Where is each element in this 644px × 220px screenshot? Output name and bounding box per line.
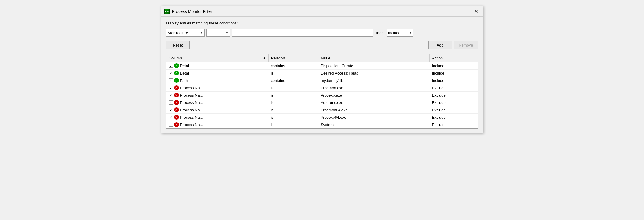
cell-action: Include xyxy=(429,70,478,77)
filter-row: Architecture Path Detail Process Name PI… xyxy=(166,29,478,37)
app-icon: PM xyxy=(164,9,170,14)
row-checkbox[interactable]: ✓ xyxy=(169,78,173,82)
column-text: Process Na... xyxy=(180,86,203,90)
cell-value: Desired Access: Read xyxy=(318,70,430,77)
cell-action: Include xyxy=(429,62,478,70)
cell-value: System xyxy=(318,121,430,128)
column-text: Process Na... xyxy=(180,115,203,120)
window-body: Display entries matching these condition… xyxy=(161,17,483,133)
cell-column: ✓✓Path xyxy=(166,77,269,84)
action-select-wrapper: Include Exclude xyxy=(387,29,413,37)
table-row[interactable]: ✓✓DetailcontainsDisposition: CreateInclu… xyxy=(166,62,478,70)
row-checkbox[interactable]: ✓ xyxy=(169,123,173,127)
exclude-icon: ✕ xyxy=(174,93,179,97)
row-checkbox[interactable]: ✓ xyxy=(169,108,173,112)
button-group-right: Add Remove xyxy=(428,41,478,49)
cell-column: ✓✕Process Na... xyxy=(166,114,269,121)
close-button[interactable]: ✕ xyxy=(473,8,480,15)
table-row[interactable]: ✓✕Process Na...isProcmon.exeExclude xyxy=(166,84,478,92)
cell-relation: is xyxy=(268,70,318,77)
cell-column: ✓✓Detail xyxy=(166,70,269,77)
cell-value: Disposition: Create xyxy=(318,62,430,70)
subtitle-label: Display entries matching these condition… xyxy=(166,21,478,25)
cell-column: ✓✕Process Na... xyxy=(166,121,269,128)
exclude-icon: ✕ xyxy=(174,100,179,105)
column-select[interactable]: Architecture Path Detail Process Name PI… xyxy=(166,29,205,37)
column-text: Path xyxy=(180,78,188,83)
process-monitor-filter-window: PM Process Monitor Filter ✕ Display entr… xyxy=(161,6,483,133)
filter-table-container: Column ▲ Relation Value Action xyxy=(166,54,478,129)
cell-action: Exclude xyxy=(429,84,478,92)
row-checkbox[interactable]: ✓ xyxy=(169,64,173,68)
row-checkbox[interactable]: ✓ xyxy=(169,71,173,75)
action-select[interactable]: Include Exclude xyxy=(387,29,413,37)
cell-relation: contains xyxy=(268,62,318,70)
column-text: Process Na... xyxy=(180,108,203,112)
row-checkbox[interactable]: ✓ xyxy=(169,93,173,97)
remove-button[interactable]: Remove xyxy=(454,41,478,49)
cell-relation: is xyxy=(268,114,318,121)
table-row[interactable]: ✓✕Process Na...isAutoruns.exeExclude xyxy=(166,99,478,106)
filter-table: Column ▲ Relation Value Action xyxy=(166,54,478,128)
cell-value: Procexp64.exe xyxy=(318,114,430,121)
row-checkbox[interactable]: ✓ xyxy=(169,86,173,90)
header-value[interactable]: Value xyxy=(318,54,430,62)
cell-action: Exclude xyxy=(429,99,478,106)
cell-relation: contains xyxy=(268,77,318,84)
column-text: Process Na... xyxy=(180,100,203,105)
cell-column: ✓✕Process Na... xyxy=(166,92,269,99)
cell-relation: is xyxy=(268,84,318,92)
cell-action: Exclude xyxy=(429,106,478,114)
cell-relation: is xyxy=(268,121,318,128)
header-action[interactable]: Action xyxy=(429,54,478,62)
cell-value: mydummy\lib xyxy=(318,77,430,84)
cell-relation: is xyxy=(268,106,318,114)
cell-column: ✓✓Detail xyxy=(166,62,269,70)
cell-action: Exclude xyxy=(429,121,478,128)
exclude-icon: ✕ xyxy=(174,122,179,127)
cell-column: ✓✕Process Na... xyxy=(166,106,269,114)
cell-relation: is xyxy=(268,92,318,99)
include-icon: ✓ xyxy=(174,71,179,75)
include-icon: ✓ xyxy=(174,63,179,68)
table-row[interactable]: ✓✕Process Na...isProcexp.exeExclude xyxy=(166,92,478,99)
cell-column: ✓✕Process Na... xyxy=(166,99,269,106)
table-row[interactable]: ✓✕Process Na...isSystemExclude xyxy=(166,121,478,128)
value-input[interactable] xyxy=(232,29,373,37)
table-row[interactable]: ✓✓Pathcontainsmydummy\libInclude xyxy=(166,77,478,84)
add-button[interactable]: Add xyxy=(428,41,452,49)
table-row[interactable]: ✓✕Process Na...isProcmon64.exeExclude xyxy=(166,106,478,114)
table-header-row: Column ▲ Relation Value Action xyxy=(166,54,478,62)
relation-select[interactable]: is contains is not less than more than b… xyxy=(206,29,230,37)
row-checkbox[interactable]: ✓ xyxy=(169,100,173,105)
table-body: ✓✓DetailcontainsDisposition: CreateInclu… xyxy=(166,62,478,128)
exclude-icon: ✕ xyxy=(174,107,179,112)
button-row: Reset Add Remove xyxy=(166,41,478,49)
sort-icon-column: ▲ xyxy=(263,56,266,59)
column-select-wrapper: Architecture Path Detail Process Name PI… xyxy=(166,29,205,37)
include-icon: ✓ xyxy=(174,78,179,83)
row-checkbox[interactable]: ✓ xyxy=(169,115,173,119)
cell-action: Include xyxy=(429,77,478,84)
table-row[interactable]: ✓✓DetailisDesired Access: ReadInclude xyxy=(166,70,478,77)
exclude-icon: ✕ xyxy=(174,115,179,120)
cell-action: Exclude xyxy=(429,92,478,99)
title-bar: PM Process Monitor Filter ✕ xyxy=(161,6,483,17)
header-column[interactable]: Column ▲ xyxy=(166,54,269,62)
column-text: Detail xyxy=(180,71,190,75)
cell-column: ✓✕Process Na... xyxy=(166,84,269,92)
window-title: Process Monitor Filter xyxy=(172,9,212,14)
table-row[interactable]: ✓✕Process Na...isProcexp64.exeExclude xyxy=(166,114,478,121)
reset-button[interactable]: Reset xyxy=(166,41,190,49)
cell-value: Procexp.exe xyxy=(318,92,430,99)
cell-action: Exclude xyxy=(429,114,478,121)
exclude-icon: ✕ xyxy=(174,85,179,90)
header-relation[interactable]: Relation xyxy=(268,54,318,62)
column-text: Process Na... xyxy=(180,123,203,127)
cell-value: Procmon64.exe xyxy=(318,106,430,114)
relation-select-wrapper: is contains is not less than more than b… xyxy=(206,29,230,37)
column-text: Detail xyxy=(180,64,190,68)
cell-value: Procmon.exe xyxy=(318,84,430,92)
column-text: Process Na... xyxy=(180,93,203,97)
cell-value: Autoruns.exe xyxy=(318,99,430,106)
